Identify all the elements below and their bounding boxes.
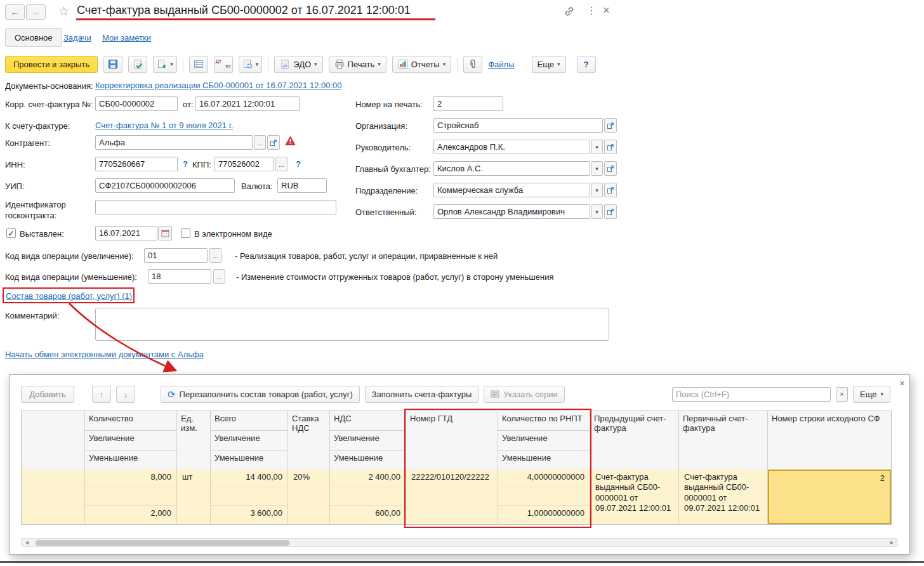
counterparty-open-button[interactable] (267, 135, 280, 150)
responsible-field[interactable] (433, 204, 590, 219)
register-records-button[interactable] (189, 56, 208, 73)
corr-date-field[interactable] (195, 96, 300, 111)
row-selector-cell[interactable] (22, 470, 85, 524)
scroll-left-icon[interactable]: ◄ (24, 539, 30, 546)
counterparty-select-button[interactable]: ... (254, 135, 266, 150)
source-line-number-cell[interactable]: 2 (768, 470, 891, 524)
inn-field[interactable] (95, 157, 178, 171)
kpp-select-button[interactable]: ... (275, 157, 287, 171)
organization-field[interactable] (433, 118, 603, 133)
move-up-button[interactable]: ↑ (92, 386, 111, 403)
tab-my-notes[interactable]: Мои заметки (102, 33, 151, 43)
search-clear-icon[interactable]: × (836, 387, 848, 402)
vat-rate-cell[interactable]: 20% (288, 470, 330, 524)
department-field[interactable] (433, 183, 590, 197)
favorite-star-icon[interactable]: ☆ (58, 4, 69, 18)
link-icon[interactable] (564, 6, 575, 19)
add-row-button[interactable]: Добавить (21, 386, 74, 403)
back-button[interactable]: ← (5, 4, 25, 20)
director-field[interactable] (433, 140, 590, 154)
kebab-menu-icon[interactable]: ⋮ (586, 4, 597, 16)
popup-more-button[interactable]: Еще ▾ (853, 386, 890, 403)
corr-number-field[interactable] (95, 96, 178, 111)
chief-accountant-dropdown-button[interactable]: ▾ (591, 161, 603, 176)
quantity-middle-cell[interactable] (85, 487, 177, 506)
unit-cell[interactable]: шт (177, 470, 211, 524)
rnpt-middle-cell[interactable] (498, 487, 590, 506)
dt-kt-button[interactable]: Дт Кт (214, 56, 233, 73)
chief-accountant-open-button[interactable] (604, 161, 617, 176)
currency-field[interactable] (277, 178, 327, 193)
vat-middle-cell[interactable] (330, 487, 406, 506)
fill-invoices-button[interactable]: Заполнить счета-фактуры (365, 386, 479, 403)
forward-button[interactable]: → (26, 4, 46, 20)
inn-help-icon[interactable]: ? (183, 159, 188, 169)
op-increase-code-field[interactable] (144, 248, 208, 263)
create-based-on-button[interactable]: ▾ (153, 56, 177, 73)
to-invoice-link[interactable]: Счет-фактура № 1 от 9 июля 2021 г. (95, 121, 233, 130)
issued-checkbox[interactable]: ✓ (6, 228, 16, 238)
total-decrease-cell[interactable]: 3 600,00 (211, 506, 288, 524)
print-button[interactable]: Печать ▾ (329, 56, 386, 73)
issued-date-field[interactable] (95, 226, 157, 240)
set-series-button[interactable]: Указать серии (484, 386, 564, 403)
post-and-close-button[interactable]: Провести и закрыть (5, 56, 98, 73)
tab-tasks[interactable]: Задачи (63, 33, 91, 43)
document-journal-button[interactable]: ▾ (239, 56, 263, 73)
files-link[interactable]: Файлы (488, 60, 514, 69)
rnpt-increase-cell[interactable]: 4,00000000000 (498, 470, 590, 487)
department-open-button[interactable] (604, 183, 617, 197)
gov-contract-field[interactable] (95, 200, 336, 214)
open-icon (607, 122, 614, 129)
more-button[interactable]: Еще ▾ (532, 56, 566, 73)
op-decrease-code-field[interactable] (148, 269, 211, 284)
close-window-icon[interactable]: × (603, 4, 610, 17)
uip-field[interactable] (95, 178, 235, 193)
base-documents-link[interactable]: Корректировка реализации СБ00-000001 от … (95, 81, 342, 90)
search-input[interactable] (672, 387, 831, 402)
move-down-button[interactable]: ↓ (116, 386, 135, 403)
quantity-increase-cell[interactable]: 8,000 (85, 470, 177, 487)
tab-main[interactable]: Основное (5, 28, 62, 47)
primary-invoice-cell[interactable]: Счет-фактура выданный СБ00-0000001 от 09… (679, 470, 768, 524)
col-header-source-line-number: Номер строки исходного СФ (768, 411, 891, 470)
director-dropdown-button[interactable]: ▾ (591, 140, 603, 154)
counterparty-field[interactable] (95, 135, 253, 150)
op-increase-select-button[interactable]: ... (209, 248, 221, 263)
responsible-open-button[interactable] (604, 204, 617, 219)
director-open-button[interactable] (604, 140, 617, 154)
print-number-field[interactable] (433, 96, 503, 111)
rnpt-decrease-cell[interactable]: 1,00000000000 (498, 506, 590, 524)
electronic-checkbox[interactable] (181, 228, 190, 238)
gtd-number-cell[interactable]: 22222/010120/22222 (406, 470, 498, 524)
vat-decrease-cell[interactable]: 600,00 (330, 506, 406, 524)
base-documents-label: Документы-основания: (5, 81, 93, 91)
save-button[interactable] (103, 56, 122, 73)
comment-field[interactable] (95, 308, 609, 341)
op-decrease-select-button[interactable]: ... (213, 269, 225, 284)
scroll-right-icon[interactable]: ► (889, 539, 895, 546)
refill-goods-button[interactable]: ⟳ Перезаполнить состав товаров (работ, у… (161, 386, 360, 403)
total-middle-cell[interactable] (211, 487, 288, 506)
vat-increase-cell[interactable]: 2 400,00 (330, 470, 406, 487)
quantity-decrease-cell[interactable]: 2,000 (85, 506, 177, 524)
start-edo-exchange-link[interactable]: Начать обмен электронными документами с … (5, 350, 204, 359)
kpp-help-icon[interactable]: ? (296, 159, 301, 169)
responsible-dropdown-button[interactable]: ▾ (591, 204, 603, 219)
calendar-button[interactable] (158, 226, 172, 240)
horizontal-scrollbar[interactable]: ◄ ► (21, 538, 898, 547)
department-dropdown-button[interactable]: ▾ (591, 183, 603, 197)
post-document-button[interactable] (128, 56, 147, 73)
kpp-field[interactable] (214, 157, 274, 171)
attachments-button[interactable] (463, 56, 482, 73)
reports-button[interactable]: Отчеты ▾ (392, 56, 451, 73)
popup-close-icon[interactable]: × (899, 378, 905, 388)
chief-accountant-field[interactable] (433, 161, 590, 176)
edo-button[interactable]: ЭДО ▾ (274, 56, 322, 73)
total-increase-cell[interactable]: 14 400,00 (211, 470, 288, 487)
organization-open-button[interactable] (604, 118, 617, 133)
scrollbar-thumb[interactable] (36, 540, 289, 546)
help-button[interactable]: ? (577, 56, 596, 73)
previous-invoice-cell[interactable]: Счет-фактура выданный СБ00-0000001 от 09… (590, 470, 679, 524)
goods-composition-link[interactable]: Состав товаров (работ, услуг) (1) (6, 291, 132, 301)
